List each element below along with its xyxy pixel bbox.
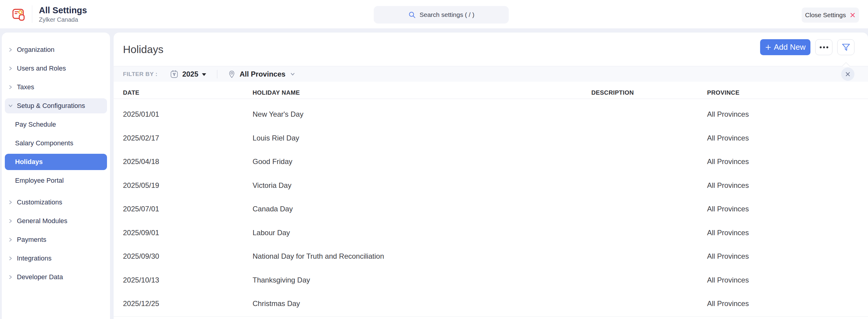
column-header-description: DESCRIPTION [591,89,707,96]
cell-province: All Provinces [707,299,868,308]
sidebar-item-employee-portal[interactable]: Employee Portal [2,171,110,190]
top-bar: All Settings Zylker Canada Search settin… [0,0,868,28]
sidebar-item-setup-and-configurations[interactable]: Setup & Configurations [5,98,107,113]
column-header-holiday-name: HOLIDAY NAME [253,89,591,96]
sidebar-item-label: Holidays [15,158,43,166]
table-row[interactable]: 2025/09/30 National Day for Truth and Re… [114,244,868,268]
sidebar-item-developer-data[interactable]: Developer Data [2,268,110,286]
sidebar-item-organization[interactable]: Organization [2,40,110,59]
sidebar-item-label: Salary Components [15,139,73,147]
close-settings-button[interactable]: Close Settings [802,7,859,23]
cell-holiday-name: Good Friday [253,157,591,166]
add-new-button[interactable]: Add New [760,39,811,55]
sidebar-item-label: Organization [17,46,55,54]
cell-date: 2025/05/19 [123,181,253,190]
sidebar-item-label: Users and Roles [17,64,66,72]
table-row[interactable]: 2025/01/01 New Year's Day All Provinces [114,103,868,126]
cell-province: All Provinces [707,229,868,237]
holidays-table-body: 2025/01/01 New Year's Day All Provinces … [114,99,868,317]
table-bottom-divider [114,316,868,317]
chevron-down-icon [290,71,296,77]
chevron-right-icon [8,47,13,52]
filter-popover-caret [842,62,850,67]
cell-province: All Provinces [707,276,868,284]
sidebar-item-label: Taxes [17,83,34,91]
more-options-button[interactable] [815,39,832,55]
table-row[interactable]: 2025/10/13 Thanksgiving Day All Province… [114,268,868,292]
table-row[interactable]: 2025/04/18 Good Friday All Provinces [114,150,868,174]
cell-holiday-name: Christmas Day [253,299,591,308]
year-filter-dropdown[interactable]: 2025 [170,70,206,78]
province-filter-value: All Provinces [240,70,285,78]
sidebar-item-users-and-roles[interactable]: Users and Roles [2,59,110,78]
chevron-right-icon [8,256,13,261]
sidebar-item-label: Payments [17,236,46,243]
sidebar-item-customizations[interactable]: Customizations [2,193,110,212]
chevron-right-icon [8,237,13,242]
table-row[interactable]: 2025/07/01 Canada Day All Provinces [114,197,868,221]
settings-sidebar: Organization Users and Roles Taxes Setup… [2,33,110,319]
sidebar-item-holidays-selected[interactable]: Holidays [5,154,107,170]
column-header-province: PROVINCE [707,89,868,96]
cell-date: 2025/12/25 [123,299,253,308]
sidebar-item-label: Customizations [17,198,62,206]
province-filter-dropdown[interactable]: All Provinces [228,70,296,78]
filter-button[interactable] [837,39,855,55]
chevron-right-icon [8,219,13,224]
column-header-date: DATE [123,89,253,96]
sidebar-item-salary-components[interactable]: Salary Components [2,134,110,152]
brand: All Settings Zylker Canada [12,4,87,24]
cell-holiday-name: Victoria Day [253,181,591,190]
cell-province: All Provinces [707,205,868,213]
cell-date: 2025/09/30 [123,252,253,261]
cell-province: All Provinces [707,252,868,261]
chevron-right-icon [8,85,13,90]
magnifier-icon [408,11,416,19]
table-row[interactable]: 2025/09/01 Labour Day All Provinces [114,221,868,245]
add-new-label: Add New [774,42,806,52]
cell-date: 2025/02/17 [123,134,253,142]
cell-holiday-name: Louis Riel Day [253,134,591,142]
cell-province: All Provinces [707,110,868,118]
main-header: Holidays Add New [114,33,868,66]
close-settings-label: Close Settings [805,11,846,19]
all-settings-page: All Settings Zylker Canada Search settin… [0,0,868,319]
cell-holiday-name: New Year's Day [253,110,591,118]
page-title: Holidays [123,44,163,56]
sidebar-item-label: Integrations [17,255,52,262]
table-row[interactable]: 2025/05/19 Victoria Day All Provinces [114,174,868,198]
x-icon [849,12,856,18]
sidebar-item-payments[interactable]: Payments [2,230,110,249]
cell-date: 2025/09/01 [123,229,253,237]
x-circle-icon [845,71,851,77]
payroll-wallet-icon [12,7,26,21]
sidebar-item-label: General Modules [17,217,67,225]
filter-by-label: FILTER BY : [123,71,158,78]
caret-down-icon [202,73,206,76]
chevron-down-icon [8,104,13,108]
sidebar-item-label: Pay Schedule [15,121,56,128]
sidebar-section-gap [2,190,110,193]
table-row[interactable]: 2025/02/17 Louis Riel Day All Provinces [114,126,868,150]
cell-province: All Provinces [707,157,868,166]
sidebar-item-general-modules[interactable]: General Modules [2,212,110,230]
cell-province: All Provinces [707,134,868,142]
sidebar-item-taxes[interactable]: Taxes [2,78,110,96]
sidebar-item-label: Employee Portal [15,177,64,184]
filter-bar: FILTER BY : 2025 [114,66,868,82]
calendar-filter-icon [170,70,178,78]
funnel-icon [842,44,850,51]
filter-divider [217,70,217,78]
sidebar-item-pay-schedule[interactable]: Pay Schedule [2,115,110,134]
sidebar-item-label: Setup & Configurations [17,102,85,110]
ellipsis-icon [819,46,829,49]
cell-holiday-name: National Day for Truth and Reconciliatio… [253,252,591,261]
search-settings-input[interactable]: Search settings ( / ) [374,6,509,24]
clear-filter-button[interactable] [841,67,855,81]
sidebar-item-label: Developer Data [17,273,63,281]
map-pin-icon [228,70,236,78]
sidebar-item-integrations[interactable]: Integrations [2,249,110,268]
table-row[interactable]: 2025/12/25 Christmas Day All Provinces [114,292,868,316]
chevron-right-icon [8,200,13,205]
cell-date: 2025/07/01 [123,205,253,213]
